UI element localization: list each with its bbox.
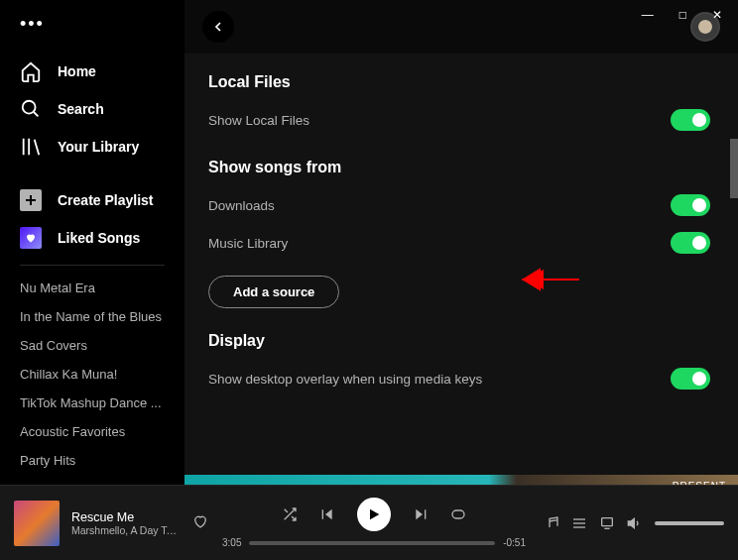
add-source-button[interactable]: Add a source xyxy=(208,276,339,308)
divider xyxy=(20,265,165,266)
svg-rect-11 xyxy=(452,510,464,518)
repeat-icon[interactable] xyxy=(450,506,466,522)
section-title: Local Files xyxy=(208,73,710,91)
toggle-show-local-files[interactable] xyxy=(671,109,710,131)
track-artist[interactable]: Marshmello, A Day To Re xyxy=(71,524,181,536)
shuffle-icon[interactable] xyxy=(282,506,298,522)
playlist-item[interactable]: TikTok Mashup Dance ... xyxy=(0,389,184,417)
home-icon xyxy=(20,60,42,82)
lyrics-icon[interactable] xyxy=(544,515,559,531)
play-button[interactable] xyxy=(357,498,391,531)
playlist-item[interactable]: Sad Covers xyxy=(0,331,184,360)
nav-label: Create Playlist xyxy=(58,192,154,208)
row-downloads: Downloads xyxy=(208,190,710,220)
nav-label: Home xyxy=(58,63,96,79)
svg-marker-17 xyxy=(628,518,634,527)
nav-label: Your Library xyxy=(58,139,139,155)
svg-line-1 xyxy=(34,112,39,117)
section-title: Display xyxy=(208,332,710,350)
playlist-item[interactable]: In the Name of the Blues xyxy=(0,302,184,331)
section-display: Display Show desktop overlay when using … xyxy=(208,332,710,393)
svg-marker-9 xyxy=(416,509,423,520)
row-music-library: Music Library xyxy=(208,228,710,258)
like-button[interactable] xyxy=(192,513,208,533)
search-icon xyxy=(20,98,42,120)
settings-content: Local Files Show Local Files Show songs … xyxy=(184,54,738,475)
next-icon[interactable] xyxy=(413,506,429,522)
playlist-item[interactable]: Nu Metal Era xyxy=(0,274,184,302)
volume-bar[interactable] xyxy=(655,521,724,525)
volume-icon[interactable] xyxy=(627,515,643,531)
svg-point-0 xyxy=(23,101,36,114)
window-maximize-icon[interactable]: □ xyxy=(679,8,686,22)
nav-label: Search xyxy=(58,101,104,117)
menu-dots-icon[interactable]: ••• xyxy=(0,10,184,47)
svg-rect-15 xyxy=(602,517,613,525)
liked-songs[interactable]: Liked Songs xyxy=(0,219,184,257)
window-close-icon[interactable]: ✕ xyxy=(712,8,722,22)
toggle-music-library[interactable] xyxy=(671,232,710,254)
playlist-item[interactable]: Chillax Ka Muna! xyxy=(0,360,184,389)
playlist-item[interactable]: Party Hits xyxy=(0,446,184,475)
devices-icon[interactable] xyxy=(599,515,615,531)
player-bar: Rescue Me Marshmello, A Day To Re 3:05 -… xyxy=(0,485,738,560)
row-label: Music Library xyxy=(208,236,288,251)
create-playlist[interactable]: Create Playlist xyxy=(0,181,184,219)
toggle-desktop-overlay[interactable] xyxy=(671,368,710,390)
library-icon xyxy=(20,136,42,158)
plus-icon xyxy=(20,189,42,211)
section-title: Show songs from xyxy=(208,159,710,176)
time-elapsed: 3:05 xyxy=(222,537,241,548)
main-panel: Local Files Show Local Files Show songs … xyxy=(184,0,738,560)
window-controls: — □ ✕ xyxy=(626,0,738,30)
sidebar: ••• Home Search Your Library Create Play… xyxy=(0,0,184,560)
svg-line-4 xyxy=(35,140,40,156)
album-cover[interactable] xyxy=(14,501,60,546)
svg-marker-8 xyxy=(370,509,379,520)
section-show-songs: Show songs from Downloads Music Library … xyxy=(208,159,710,308)
scrollbar[interactable] xyxy=(730,139,738,198)
playlist-item[interactable]: Acoustic Favorites xyxy=(0,417,184,446)
window-minimize-icon[interactable]: — xyxy=(642,8,654,22)
previous-icon[interactable] xyxy=(319,506,335,522)
row-label: Show desktop overlay when using media ke… xyxy=(208,372,482,387)
nav-label: Liked Songs xyxy=(58,230,140,246)
section-local-files: Local Files Show Local Files xyxy=(208,73,710,135)
row-label: Show Local Files xyxy=(208,113,309,128)
nav-search[interactable]: Search xyxy=(0,90,184,128)
track-title[interactable]: Rescue Me xyxy=(71,510,181,524)
nav-library[interactable]: Your Library xyxy=(0,128,184,166)
queue-icon[interactable] xyxy=(571,515,587,531)
row-label: Downloads xyxy=(208,198,275,213)
heart-icon xyxy=(20,227,42,249)
row-desktop-overlay: Show desktop overlay when using media ke… xyxy=(208,364,710,393)
row-show-local-files: Show Local Files xyxy=(208,105,710,135)
time-remaining: -0:51 xyxy=(503,537,526,548)
nav-home[interactable]: Home xyxy=(0,53,184,90)
progress-bar[interactable] xyxy=(249,541,495,545)
toggle-downloads[interactable] xyxy=(671,194,710,216)
back-button[interactable] xyxy=(202,11,234,43)
svg-marker-6 xyxy=(325,509,332,520)
